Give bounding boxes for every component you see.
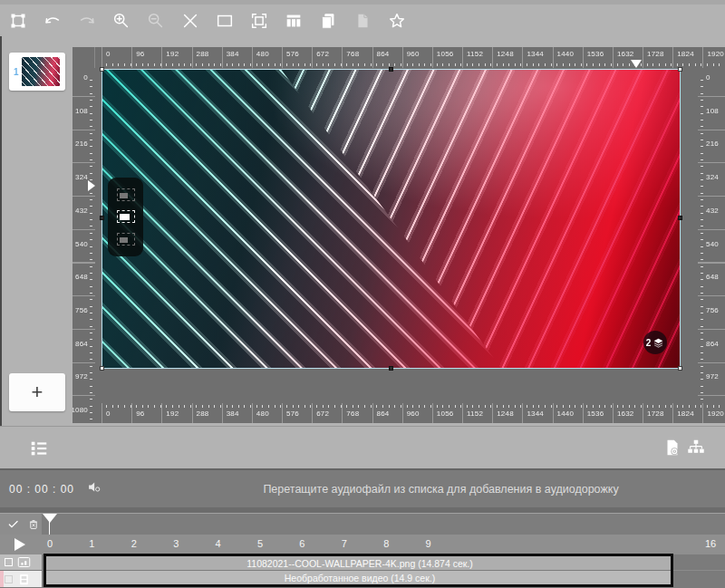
window-edge	[0, 36, 2, 426]
file-settings-icon[interactable]	[662, 438, 682, 461]
ruler-label: 1824	[677, 51, 694, 58]
columns-icon[interactable]	[283, 10, 304, 32]
ruler-label: 1152	[467, 410, 483, 418]
check-icon[interactable]	[7, 518, 20, 531]
resize-handle-s[interactable]	[389, 366, 393, 371]
ruler-label: 1632	[617, 51, 634, 58]
slide-number: 1	[14, 67, 19, 77]
resize-handle-w[interactable]	[100, 216, 104, 220]
scale-second-label: 2	[131, 538, 137, 549]
scale-second-label: 8	[383, 538, 389, 549]
ruler-label: 576	[286, 51, 299, 58]
ruler-label: 96	[136, 51, 144, 58]
copy-icon[interactable]	[317, 10, 339, 32]
clip-video-label: Необработанное видео (14.9 сек.)	[285, 573, 435, 583]
image-track-header	[0, 554, 42, 570]
workspace: 1 + 096192288384480576672768864960105611…	[0, 36, 725, 426]
ruler-label: 972	[706, 373, 719, 381]
resize-handle-nw[interactable]	[100, 67, 104, 72]
clip-image[interactable]: 11082021--COOL-WALLPAPER-4K.png (14.874 …	[46, 556, 673, 570]
paste-icon[interactable]	[352, 10, 373, 32]
slide-item-1[interactable]: 1	[9, 53, 65, 91]
add-slide-button[interactable]: +	[9, 373, 65, 411]
ruler-label: 768	[346, 410, 359, 418]
ruler-label: 480	[256, 51, 269, 58]
ruler-horizontal-bottom: 0961922883844805766727688649601056115212…	[95, 403, 725, 423]
tree-icon[interactable]	[686, 438, 706, 461]
layers-badge[interactable]: 2	[643, 331, 667, 354]
ruler-label: 1056	[437, 51, 454, 58]
ruler-label: 384	[227, 51, 239, 58]
ruler-label: 540	[75, 241, 88, 248]
muted-speaker-icon[interactable]	[87, 479, 102, 498]
ruler-label: 324	[706, 174, 719, 181]
play-icon[interactable]	[14, 538, 25, 551]
selected-image-layer[interactable]	[102, 70, 680, 368]
frame-bottom-option[interactable]	[117, 233, 135, 246]
resize-handle-sw[interactable]	[100, 366, 104, 371]
scale-second-label: 4	[216, 538, 221, 549]
timeline-toolbar	[0, 426, 725, 468]
clip-video[interactable]: Необработанное видео (14.9 сек.)	[46, 571, 673, 584]
transform-select-icon[interactable]	[7, 10, 29, 32]
favorite-star-icon[interactable]	[386, 10, 408, 32]
image-track-checkbox[interactable]	[5, 558, 13, 566]
ruler-label: 0	[106, 410, 111, 418]
fit-crop-icon[interactable]	[248, 10, 270, 32]
ruler-vertical-left: 01082163244325406487568649721080	[72, 68, 95, 423]
ruler-label: 0	[106, 51, 111, 58]
resize-handle-ne[interactable]	[678, 67, 682, 72]
ruler-label: 648	[706, 274, 719, 281]
resize-handle-n[interactable]	[389, 67, 393, 72]
ruler-label: 216	[75, 140, 88, 148]
canvas-viewport: 2	[95, 68, 698, 403]
ruler-label: 1248	[497, 51, 514, 58]
ruler-label: 576	[286, 410, 299, 418]
ruler-label: 1536	[587, 51, 604, 58]
scale-second-label: 0	[47, 538, 53, 549]
scale-second-label: 7	[342, 538, 347, 549]
scale-second-label: 5	[257, 538, 263, 549]
frame-middle-option-active[interactable]	[117, 210, 135, 223]
ruler-label: 1152	[467, 51, 483, 58]
video-track-header	[0, 571, 42, 587]
ruler-label: 192	[166, 410, 179, 418]
scale-end-label: 16	[705, 538, 716, 549]
trash-icon[interactable]	[27, 518, 40, 531]
ruler-label: 1080	[72, 407, 88, 414]
video-track-icon	[17, 574, 31, 585]
ruler-label: 1536	[587, 410, 604, 418]
ruler-label: 0	[83, 74, 88, 82]
ruler-label: 1728	[647, 410, 664, 418]
layers-count: 2	[646, 338, 652, 348]
ruler-label: 1920	[707, 410, 724, 418]
ruler-label: 288	[197, 51, 209, 58]
ruler-label: 864	[75, 341, 88, 348]
timeline-scale[interactable]: 012345678916	[0, 535, 725, 554]
ruler-label: 0	[706, 74, 710, 82]
ruler-label: 1440	[557, 51, 575, 58]
ruler-label: 1824	[677, 410, 694, 418]
rectangle-icon[interactable]	[214, 10, 236, 32]
zoom-in-icon[interactable]	[111, 10, 132, 32]
video-track-checkbox[interactable]	[5, 575, 13, 583]
ruler-label: 480	[256, 410, 269, 418]
list-icon[interactable]	[29, 439, 49, 462]
zoom-out-icon[interactable]	[145, 10, 167, 32]
resize-handle-se[interactable]	[678, 366, 682, 371]
timeline-header: 00 : 00 : 00 Перетащите аудиофайл из спи…	[0, 468, 725, 507]
ruler-label: 768	[346, 51, 359, 58]
resize-handle-e[interactable]	[678, 216, 682, 220]
cut-x-icon[interactable]	[179, 10, 201, 32]
ruler-label: 672	[316, 51, 329, 58]
timecode: 00 : 00 : 00	[9, 483, 74, 496]
ruler-label: 960	[407, 410, 420, 418]
ruler-label: 756	[706, 307, 719, 314]
ruler-label: 1344	[527, 51, 544, 58]
ruler-label: 384	[227, 410, 239, 418]
frame-top-option[interactable]	[117, 188, 135, 201]
ruler-label: 672	[316, 410, 329, 418]
playhead[interactable]	[43, 514, 57, 523]
undo-icon[interactable]	[42, 10, 63, 32]
redo-icon[interactable]	[76, 10, 98, 32]
